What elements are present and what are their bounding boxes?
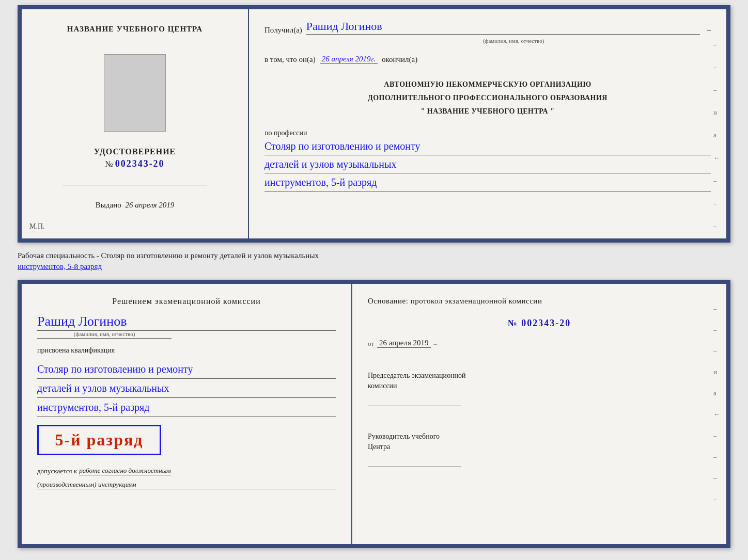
date-row: в том, что он(а) 26 апреля 2019г. окончи… [264, 55, 711, 64]
po-professii-label: по профессии [264, 129, 711, 137]
name-sublabel: (фамилия, имя, отчество) [483, 38, 544, 44]
top-certificate: НАЗВАНИЕ УЧЕБНОГО ЦЕНТРА УДОСТОВЕРЕНИЕ №… [18, 5, 730, 243]
ot-row: от 26 апреля 2019 – [368, 339, 711, 348]
middle-label-line2: инструментов, 5-й разряд [18, 262, 102, 270]
vydano-block: Выдано 26 апреля 2019 [96, 201, 174, 210]
bottom-profession-line3: инструментов, 5-й разряд [37, 398, 336, 417]
rukovoditel-signature [368, 454, 461, 467]
dopuskaetsya-label: допускается к [37, 467, 77, 475]
dopuskaetsya-value: работе согласно должностным [79, 467, 171, 475]
bottom-recipient-block: Рашид Логинов (фамилия, имя, отчество) [37, 311, 336, 339]
profession-block: по профессии Столяр по изготовлению и ре… [264, 129, 711, 191]
bottom-name-sublabel: (фамилия, имя, отчество) [37, 331, 172, 339]
poluchil-label: Получил(a) [264, 26, 302, 35]
top-cert-left-panel: НАЗВАНИЕ УЧЕБНОГО ЦЕНТРА УДОСТОВЕРЕНИЕ №… [22, 9, 249, 238]
name-sublabel-row: (фамилия, имя, отчество) [316, 36, 711, 45]
udost-number-prefix: № [105, 159, 113, 169]
predsedatel-signature [368, 393, 461, 406]
org-text-line2: ДОПОЛНИТЕЛЬНОГО ПРОФЕССИОНАЛЬНОГО ОБРАЗО… [264, 92, 711, 103]
udostoverenie-block: УДОСТОВЕРЕНИЕ № 002343-20 [94, 147, 176, 169]
bottom-recipient-name: Рашид Логинов [37, 314, 336, 331]
protocol-number: № 002343-20 [368, 318, 711, 329]
side-dashes: – – – и а ← – – – [713, 40, 720, 230]
bottom-profession-block: Столяр по изготовлению и ремонту деталей… [37, 360, 336, 417]
profession-line1: Столяр по изготовлению и ремонту [264, 137, 711, 155]
predsedatel-block: Председатель экзаменационной комиссии [368, 363, 711, 406]
org-text-block: АВТОНОМНУЮ НЕКОММЕРЧЕСКУЮ ОРГАНИЗАЦИЮ ДО… [264, 76, 711, 117]
rukovoditel-block: Руководитель учебного Центра [368, 424, 711, 467]
recipient-row: Получил(a) Рашид Логинов – [264, 20, 711, 35]
bottom-profession-line1: Столяр по изготовлению и ремонту [37, 360, 336, 379]
profession-line3: инструментов, 5-й разряд [264, 173, 711, 191]
bottom-certificate: Решением экаменационной комиссии Рашид Л… [18, 280, 730, 548]
ot-date: 26 апреля 2019 [377, 339, 431, 348]
middle-label-block: Рабочая специальность - Столяр по изгото… [18, 248, 730, 275]
top-cert-center-title: НАЗВАНИЕ УЧЕБНОГО ЦЕНТРА [67, 25, 202, 34]
vtom-label: в том, что он(а) [264, 55, 316, 64]
divider-line [63, 185, 207, 185]
middle-label-line1: Рабочая специальность - Столяр по изгото… [18, 251, 319, 260]
bottom-cert-right-panel: Основание: протокол экзаменационной коми… [352, 284, 726, 544]
bottom-cert-left-panel: Решением экаменационной комиссии Рашид Л… [22, 284, 352, 544]
org-text-line3: " НАЗВАНИЕ УЧЕБНОГО ЦЕНТРА " [264, 106, 711, 117]
photo-placeholder [104, 54, 166, 132]
recipient-name: Рашид Логинов [306, 20, 700, 35]
profession-line2: деталей и узлов музыкальных [264, 155, 711, 173]
okonchil-label: окончил(а) [382, 55, 417, 64]
vydano-date: 26 апреля 2019 [125, 201, 174, 209]
dopuskaetsya-block: допускается к работе согласно должностны… [37, 465, 336, 475]
osnov-label: Основание: протокол экзаменационной коми… [368, 297, 711, 306]
bottom-profession-line2: деталей и узлов музыкальных [37, 379, 336, 398]
ot-label: от [368, 340, 374, 348]
udost-number: 002343-20 [115, 158, 165, 169]
recipient-block: Получил(a) Рашид Логинов – (фамилия, имя… [264, 20, 711, 45]
bottom-side-dashes: – – – и а ← – – – – [713, 305, 720, 503]
vydano-label: Выдано [96, 201, 121, 209]
prisvoena-label: присвоена квалификация [37, 346, 336, 355]
mp-label: М.П. [29, 222, 45, 231]
rank-text: 5-й разряд [49, 430, 149, 450]
dash: – [707, 25, 711, 35]
dopuskaetsya-value2: (производственным) инструкциям [37, 481, 336, 489]
top-cert-right-panel: Получил(a) Рашид Логинов – (фамилия, имя… [249, 9, 726, 238]
rank-box: 5-й разряд [37, 425, 161, 455]
cert-date-value: 26 апреля 2019г. [320, 55, 378, 64]
rukovoditel-label: Руководитель учебного Центра [368, 431, 711, 452]
ot-dash: – [434, 340, 438, 348]
decision-title: Решением экаменационной комиссии [37, 297, 336, 306]
predsedatel-label: Председатель экзаменационной комиссии [368, 371, 711, 391]
udost-label: УДОСТОВЕРЕНИЕ [94, 147, 176, 156]
org-text-line1: АВТОНОМНУЮ НЕКОММЕРЧЕСКУЮ ОРГАНИЗАЦИЮ [264, 79, 711, 90]
